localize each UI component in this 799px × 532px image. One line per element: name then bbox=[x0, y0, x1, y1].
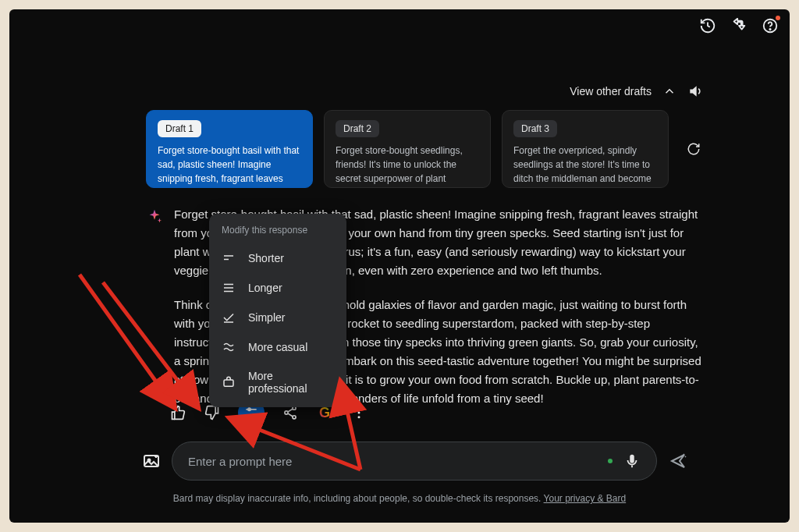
draft-label: Draft 1 bbox=[158, 120, 201, 137]
modify-item-label: More professional bbox=[248, 370, 334, 395]
thumbs-up-icon[interactable] bbox=[169, 404, 186, 421]
shorter-icon bbox=[222, 251, 236, 265]
extensions-icon[interactable] bbox=[730, 17, 748, 34]
svg-point-1 bbox=[769, 29, 770, 30]
draft-label: Draft 3 bbox=[513, 120, 557, 137]
disclaimer: Bard may display inaccurate info, includ… bbox=[9, 493, 790, 504]
svg-point-10 bbox=[248, 408, 250, 410]
draft-preview: Forget store-bought seedlings, friends! … bbox=[336, 144, 479, 188]
modify-response-menu: Modify this response Shorter Longer Simp… bbox=[209, 214, 346, 407]
disclaimer-text: Bard may display inaccurate info, includ… bbox=[173, 493, 544, 504]
svg-point-12 bbox=[252, 415, 254, 417]
status-dot bbox=[608, 459, 613, 463]
prompt-placeholder: Enter a prompt here bbox=[188, 455, 597, 468]
modify-item-label: Simpler bbox=[248, 311, 285, 324]
mic-icon[interactable] bbox=[623, 452, 641, 470]
svg-point-20 bbox=[358, 416, 360, 418]
modify-simpler[interactable]: Simpler bbox=[209, 303, 346, 332]
prompt-bar: Enter a prompt here bbox=[142, 442, 688, 481]
modify-item-label: Shorter bbox=[248, 252, 284, 264]
view-drafts-label[interactable]: View other drafts bbox=[570, 85, 652, 98]
modify-longer[interactable]: Longer bbox=[209, 273, 346, 303]
view-drafts-row: View other drafts bbox=[146, 83, 708, 99]
svg-line-17 bbox=[288, 413, 293, 417]
sparkle-icon bbox=[146, 205, 163, 424]
draft-label: Draft 2 bbox=[336, 120, 379, 137]
send-icon[interactable] bbox=[668, 451, 688, 471]
prompt-input[interactable]: Enter a prompt here bbox=[172, 442, 657, 481]
draft-preview: Forget store-bought basil with that sad,… bbox=[158, 144, 301, 188]
modify-shorter[interactable]: Shorter bbox=[209, 243, 346, 273]
privacy-link[interactable]: Your privacy & Bard bbox=[544, 493, 627, 504]
modify-item-label: Longer bbox=[248, 282, 282, 294]
drafts-row: Draft 1 Forget store-bought basil with t… bbox=[146, 110, 708, 188]
help-icon[interactable] bbox=[762, 17, 779, 34]
regenerate-icon[interactable] bbox=[680, 110, 708, 188]
svg-rect-8 bbox=[224, 380, 233, 386]
svg-point-19 bbox=[358, 412, 360, 414]
casual-icon bbox=[222, 340, 236, 354]
svg-point-18 bbox=[358, 407, 360, 410]
draft-card-2[interactable]: Draft 2 Forget store-bought seedlings, f… bbox=[324, 110, 491, 188]
professional-icon bbox=[222, 375, 236, 389]
draft-card-1[interactable]: Draft 1 Forget store-bought basil with t… bbox=[146, 110, 313, 188]
chevron-up-icon[interactable] bbox=[662, 84, 676, 98]
longer-icon bbox=[222, 281, 236, 295]
more-options-icon[interactable] bbox=[350, 404, 368, 421]
modify-title: Modify this response bbox=[209, 222, 346, 243]
app-frame: View other drafts Draft 1 Forget store-b… bbox=[9, 9, 790, 523]
simpler-icon bbox=[222, 310, 236, 325]
image-upload-icon[interactable] bbox=[142, 452, 161, 470]
speaker-icon[interactable] bbox=[687, 83, 703, 99]
modify-more-casual[interactable]: More casual bbox=[209, 332, 346, 362]
modify-item-label: More casual bbox=[248, 341, 307, 353]
modify-more-professional[interactable]: More professional bbox=[209, 362, 346, 403]
top-toolbar bbox=[699, 17, 779, 34]
svg-line-16 bbox=[288, 409, 293, 412]
draft-preview: Forget the overpriced, spindly seedlings… bbox=[513, 144, 657, 188]
history-icon[interactable] bbox=[699, 17, 716, 34]
draft-card-3[interactable]: Draft 3 Forget the overpriced, spindly s… bbox=[502, 110, 669, 188]
